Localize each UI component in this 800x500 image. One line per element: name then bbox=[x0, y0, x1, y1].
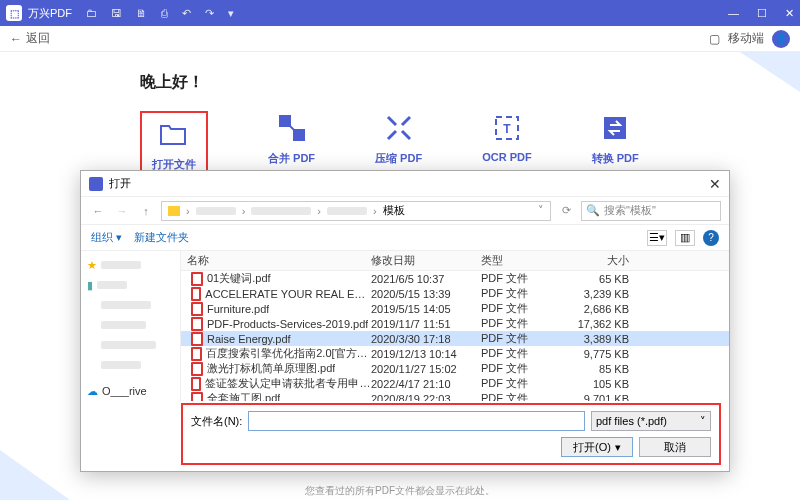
breadcrumb-current: 模板 bbox=[383, 203, 405, 218]
help-button[interactable]: ? bbox=[703, 230, 719, 246]
redo-icon[interactable]: ↷ bbox=[205, 7, 214, 20]
organize-button[interactable]: 组织 ▾ bbox=[91, 230, 122, 245]
dialog-nav: ← → ↑ › › › ›模板 ˅ ⟳ 🔍 搜索"模板" bbox=[81, 197, 729, 225]
close-icon[interactable]: ✕ bbox=[785, 7, 794, 20]
refresh-button[interactable]: ⟳ bbox=[557, 202, 575, 220]
open-file-action[interactable]: 打开文件 bbox=[140, 111, 208, 178]
convert-pdf-action[interactable]: 转换 PDF bbox=[592, 111, 639, 178]
back-label: 返回 bbox=[26, 30, 50, 47]
svg-text:T: T bbox=[503, 122, 511, 136]
sidebar-item[interactable] bbox=[87, 335, 174, 355]
dialog-app-icon bbox=[89, 177, 103, 191]
ocr-icon: T bbox=[490, 111, 524, 145]
compress-label: 压缩 PDF bbox=[375, 151, 422, 166]
search-placeholder: 搜索"模板" bbox=[604, 203, 656, 218]
file-list: 名称 修改日期 类型 大小 01关键词.pdf2021/6/5 10:37PDF… bbox=[181, 251, 729, 401]
print-icon[interactable]: ⎙ bbox=[161, 7, 168, 20]
dropdown-icon[interactable]: ▾ bbox=[228, 7, 234, 20]
file-icon[interactable]: 🗎 bbox=[136, 7, 147, 20]
breadcrumb-blur bbox=[251, 207, 311, 215]
convert-icon bbox=[598, 111, 632, 145]
save-icon[interactable]: 🖫 bbox=[111, 7, 122, 20]
compress-icon bbox=[382, 111, 416, 145]
preview-pane-button[interactable]: ▥ bbox=[675, 230, 695, 246]
pdf-file-icon bbox=[191, 287, 201, 301]
dialog-titlebar: 打开 ✕ bbox=[81, 171, 729, 197]
nav-up-button[interactable]: ↑ bbox=[137, 202, 155, 220]
dialog-close-button[interactable]: ✕ bbox=[709, 176, 721, 192]
nav-back-button[interactable]: ← bbox=[89, 202, 107, 220]
file-row[interactable]: 激光打标机简单原理图.pdf2020/11/27 15:02PDF 文件85 K… bbox=[181, 361, 729, 376]
file-row[interactable]: 百度搜索引擎优化指南2.0[官方版].pdf2019/12/13 10:14PD… bbox=[181, 346, 729, 361]
merge-pdf-action[interactable]: 合并 PDF bbox=[268, 111, 315, 178]
mobile-icon[interactable]: ▢ bbox=[709, 32, 720, 46]
pdf-file-icon bbox=[191, 362, 203, 376]
pdf-file-icon bbox=[191, 377, 201, 391]
sidebar-item[interactable]: ▮ bbox=[87, 275, 174, 295]
convert-label: 转换 PDF bbox=[592, 151, 639, 166]
col-name[interactable]: 名称 bbox=[181, 253, 371, 268]
new-folder-button[interactable]: 新建文件夹 bbox=[134, 230, 189, 245]
folder-icon[interactable]: 🗀 bbox=[86, 7, 97, 20]
filetype-select[interactable]: pdf files (*.pdf) ˅ bbox=[591, 411, 711, 431]
footer-text: 您查看过的所有PDF文件都会显示在此处。 bbox=[0, 484, 800, 498]
folder-icon bbox=[168, 206, 180, 216]
file-row[interactable]: ACCELERATE YOUR REAL ESTATE DE...2020/5/… bbox=[181, 286, 729, 301]
avatar[interactable]: 👤 bbox=[772, 30, 790, 48]
dialog-body: ★ ▮ ☁O___rive 🖥此电脑 名称 修改日期 类型 大小 01关键词.p… bbox=[81, 251, 729, 401]
file-row[interactable]: 01关键词.pdf2021/6/5 10:37PDF 文件65 KB bbox=[181, 271, 729, 286]
dialog-title: 打开 bbox=[109, 176, 131, 191]
svg-rect-4 bbox=[604, 117, 626, 139]
minimize-icon[interactable]: — bbox=[728, 7, 739, 20]
cancel-button[interactable]: 取消 bbox=[639, 437, 711, 457]
filename-label: 文件名(N): bbox=[191, 414, 242, 429]
col-date[interactable]: 修改日期 bbox=[371, 253, 481, 268]
col-type[interactable]: 类型 bbox=[481, 253, 561, 268]
file-list-header[interactable]: 名称 修改日期 类型 大小 bbox=[181, 251, 729, 271]
mobile-label[interactable]: 移动端 bbox=[728, 30, 764, 47]
search-input[interactable]: 🔍 搜索"模板" bbox=[581, 201, 721, 221]
col-size[interactable]: 大小 bbox=[561, 253, 641, 268]
merge-label: 合并 PDF bbox=[268, 151, 315, 166]
sidebar-item[interactable] bbox=[87, 355, 174, 375]
folder-sidebar: ★ ▮ ☁O___rive 🖥此电脑 bbox=[81, 251, 181, 401]
open-file-dialog: 打开 ✕ ← → ↑ › › › ›模板 ˅ ⟳ 🔍 搜索"模板" 组织 ▾ 新… bbox=[80, 170, 730, 472]
file-row[interactable]: PDF-Products-Services-2019.pdf2019/11/7 … bbox=[181, 316, 729, 331]
ocr-label: OCR PDF bbox=[482, 151, 532, 163]
view-mode-button[interactable]: ☰▾ bbox=[647, 230, 667, 246]
sidebar-item-onedrive[interactable]: ☁O___rive bbox=[87, 381, 174, 401]
pdf-file-icon bbox=[191, 302, 203, 316]
open-button[interactable]: 打开(O)▾ bbox=[561, 437, 633, 457]
chevron-down-icon[interactable]: ˅ bbox=[538, 204, 544, 217]
merge-icon bbox=[275, 111, 309, 145]
breadcrumb[interactable]: › › › ›模板 ˅ bbox=[161, 201, 551, 221]
nav-forward-button[interactable]: → bbox=[113, 202, 131, 220]
back-arrow-icon: ← bbox=[10, 32, 22, 46]
pdf-file-icon bbox=[191, 392, 203, 402]
file-row[interactable]: Raise Energy.pdf2020/3/30 17:18PDF 文件3,3… bbox=[181, 331, 729, 346]
sidebar-item[interactable]: ★ bbox=[87, 255, 174, 275]
maximize-icon[interactable]: ☐ bbox=[757, 7, 767, 20]
breadcrumb-blur bbox=[196, 207, 236, 215]
undo-icon[interactable]: ↶ bbox=[182, 7, 191, 20]
pdf-file-icon bbox=[191, 317, 203, 331]
sidebar-item[interactable] bbox=[87, 295, 174, 315]
filename-input[interactable] bbox=[248, 411, 585, 431]
sidebar-item[interactable] bbox=[87, 315, 174, 335]
titlebar-icons: 🗀 🖫 🗎 ⎙ ↶ ↷ ▾ bbox=[86, 7, 234, 20]
search-icon: 🔍 bbox=[586, 204, 600, 217]
ocr-pdf-action[interactable]: T OCR PDF bbox=[482, 111, 532, 178]
back-button[interactable]: ← 返回 bbox=[10, 30, 50, 47]
pdf-file-icon bbox=[191, 347, 202, 361]
compress-pdf-action[interactable]: 压缩 PDF bbox=[375, 111, 422, 178]
file-row[interactable]: 签证签发认定申请获批者专用申请表(CN...2022/4/17 21:10PDF… bbox=[181, 376, 729, 391]
file-row[interactable]: 全套施工图.pdf2020/8/19 22:03PDF 文件9,701 KB bbox=[181, 391, 729, 401]
quick-actions: 打开文件 合并 PDF 压缩 PDF T OCR PDF 转换 PDF bbox=[140, 111, 740, 178]
titlebar: ⬚ 万兴PDF 🗀 🖫 🗎 ⎙ ↶ ↷ ▾ — ☐ ✕ bbox=[0, 0, 800, 26]
filetype-value: pdf files (*.pdf) bbox=[596, 415, 667, 427]
breadcrumb-blur bbox=[327, 207, 367, 215]
app-logo: ⬚ bbox=[6, 5, 22, 21]
file-row[interactable]: Furniture.pdf2019/5/15 14:05PDF 文件2,686 … bbox=[181, 301, 729, 316]
window-controls: — ☐ ✕ bbox=[728, 7, 794, 20]
chevron-down-icon: ˅ bbox=[700, 415, 706, 428]
